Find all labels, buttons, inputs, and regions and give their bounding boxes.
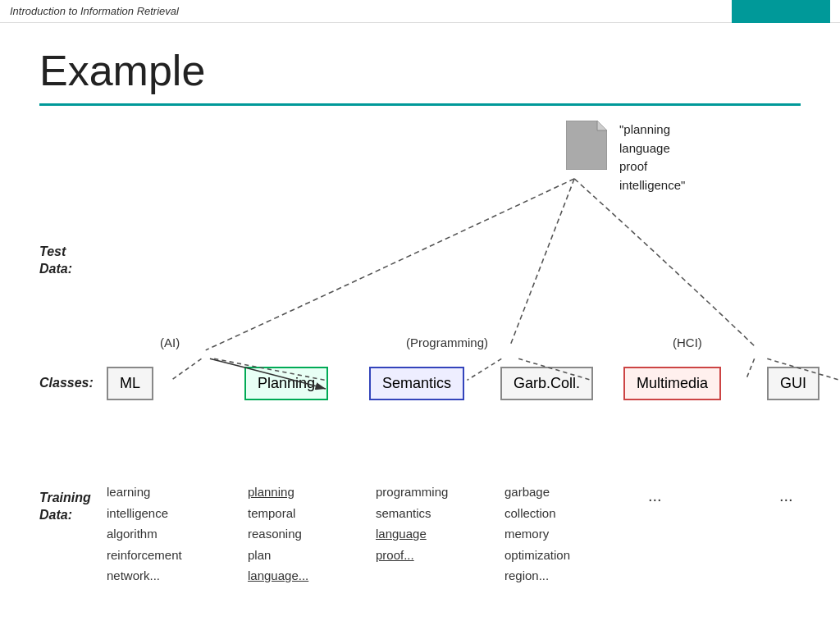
ml-class-box: ML — [107, 367, 153, 400]
multimedia-class-box: Multimedia — [623, 367, 721, 400]
classes-label: Classes: — [39, 375, 94, 392]
training-garb-coll: garbagecollectionmemoryoptimizationregio… — [504, 482, 570, 587]
document-icon — [566, 121, 607, 170]
training-ellipsis2: ... — [779, 482, 793, 509]
page-title: Example — [0, 23, 840, 103]
header-bar: Introduction to Information Retrieval — [0, 0, 840, 23]
training-planning: planning temporal reasoning plan languag… — [248, 482, 308, 587]
training-ml: learningintelligencealgorithmreinforceme… — [107, 482, 182, 587]
test-query-text: "planninglanguageproofintelligence" — [619, 121, 685, 194]
header-accent — [732, 0, 830, 23]
training-semantics: programming semantics language proof... — [376, 482, 448, 565]
semantics-class-box: Semantics — [369, 367, 464, 400]
main-content: TestData: Classes: TrainingData: "planni… — [0, 106, 840, 630]
test-data-label: TestData: — [39, 244, 72, 278]
header-title: Introduction to Information Retrieval — [10, 5, 732, 17]
training-data-label: TrainingData: — [39, 490, 91, 524]
training-ellipsis1: ... — [648, 482, 662, 509]
garb-coll-class-box: Garb.Coll. — [500, 367, 593, 400]
planning-class-box: Planning — [244, 367, 328, 400]
ai-class-label: (AI) — [160, 336, 180, 349]
gui-class-box: GUI — [767, 367, 819, 400]
programming-class-label: (Programming) — [406, 336, 488, 349]
hci-class-label: (HCI) — [673, 336, 702, 349]
